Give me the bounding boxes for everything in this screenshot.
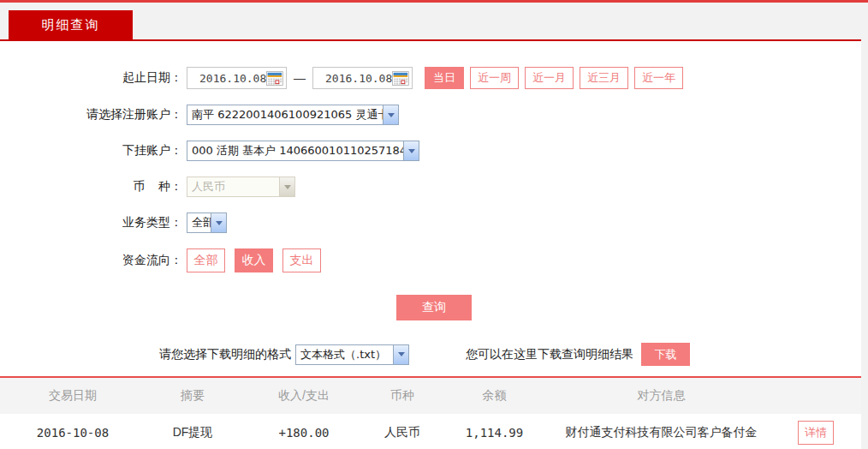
cell-operations: 详情 xyxy=(770,414,861,449)
date-range-label: 起止日期： xyxy=(0,70,182,86)
table-header-row: 交易日期 摘要 收入/支出 币种 余额 对方信息 xyxy=(0,377,861,414)
currency-value: 人民币 xyxy=(192,179,279,195)
detail-button[interactable]: 详情 xyxy=(798,421,834,445)
download-format-value: 文本格式（.txt） xyxy=(300,347,393,362)
sub-account-select[interactable]: 000 活期 基本户 1406600101102571848 xyxy=(187,141,419,161)
page-container: 明细查询 起止日期： 2016.10.08 xyxy=(0,3,861,449)
quick-range-buttons: 当日 近一周 近一月 近三月 近一年 xyxy=(425,67,689,89)
chevron-down-icon[interactable] xyxy=(211,213,226,232)
quick-range-week-button[interactable]: 近一周 xyxy=(470,67,519,89)
table-row: 2016-10-08 DF提现 +180.00 人民币 1,114.99 财付通… xyxy=(0,414,861,449)
end-date-value: 2016.10.08 xyxy=(325,72,392,85)
chevron-down-icon[interactable] xyxy=(383,105,398,124)
quick-range-today-button[interactable]: 当日 xyxy=(425,67,464,89)
register-account-select[interactable]: 南平 6222001406100921065 灵通卡 xyxy=(187,105,399,125)
currency-row: 币 种： 人民币 xyxy=(0,177,861,197)
quick-range-month-button[interactable]: 近一月 xyxy=(525,67,574,89)
fund-flow-all-button[interactable]: 全部 xyxy=(187,248,225,272)
date-range-row: 起止日期： 2016.10.08 xyxy=(0,67,861,89)
business-type-label: 业务类型： xyxy=(0,215,182,230)
download-row: 请您选择下载明细的格式 文本格式（.txt） 您可以在这里下载查询明细结果 下载 xyxy=(159,343,861,366)
chevron-down-icon[interactable] xyxy=(403,141,419,160)
header-balance: 余额 xyxy=(437,377,552,414)
header-currency: 币种 xyxy=(368,377,437,414)
business-type-row: 业务类型： 全部 xyxy=(0,213,861,233)
header-counterparty: 对方信息 xyxy=(552,377,770,414)
fund-flow-expense-button[interactable]: 支出 xyxy=(282,248,321,272)
business-type-select[interactable]: 全部 xyxy=(187,213,227,233)
download-hint-text: 您可以在这里下载查询明细结果 xyxy=(466,347,633,362)
header-operations xyxy=(770,377,861,414)
transactions-table: 交易日期 摘要 收入/支出 币种 余额 对方信息 2016-10-08 DF提现… xyxy=(0,376,861,449)
tab-bar: 明细查询 xyxy=(0,3,861,41)
fund-flow-row: 资金流向： 全部 收入 支出 xyxy=(0,248,861,272)
register-account-label: 请选择注册账户： xyxy=(0,107,182,123)
query-button-row: 查询 xyxy=(396,295,861,320)
quick-range-year-button[interactable]: 近一年 xyxy=(634,67,683,89)
start-date-value: 2016.10.08 xyxy=(199,72,266,85)
download-format-select[interactable]: 文本格式（.txt） xyxy=(295,344,409,365)
cell-summary: DF提现 xyxy=(146,414,240,449)
download-button[interactable]: 下载 xyxy=(641,343,690,366)
register-account-row: 请选择注册账户： 南平 6222001406100921065 灵通卡 xyxy=(0,105,861,125)
cell-transaction-date: 2016-10-08 xyxy=(0,414,146,449)
start-date-input[interactable]: 2016.10.08 xyxy=(187,67,287,89)
header-income-expense: 收入/支出 xyxy=(240,377,368,414)
start-date-calendar-icon[interactable] xyxy=(266,69,283,87)
fund-flow-income-button[interactable]: 收入 xyxy=(235,248,273,272)
query-form: 起止日期： 2016.10.08 xyxy=(0,41,861,366)
header-transaction-date: 交易日期 xyxy=(0,377,146,414)
cell-counterparty: 财付通支付科技有限公司客户备付金 xyxy=(552,414,770,449)
business-type-value: 全部 xyxy=(192,215,211,230)
query-button[interactable]: 查询 xyxy=(396,295,472,320)
cell-balance: 1,114.99 xyxy=(437,414,552,449)
fund-flow-buttons: 全部 收入 支出 xyxy=(187,248,330,272)
end-date-input[interactable]: 2016.10.08 xyxy=(312,67,413,89)
date-separator: — xyxy=(294,71,306,85)
download-format-label: 请您选择下载明细的格式 xyxy=(159,347,291,362)
chevron-down-icon[interactable] xyxy=(393,345,408,364)
header-summary: 摘要 xyxy=(146,377,240,414)
cell-amount: +180.00 xyxy=(240,414,368,449)
sub-account-value: 000 活期 基本户 1406600101102571848 xyxy=(192,143,403,159)
tab-detail-query[interactable]: 明细查询 xyxy=(9,10,133,39)
chevron-down-icon xyxy=(279,177,294,196)
currency-select: 人民币 xyxy=(187,177,295,197)
cell-currency: 人民币 xyxy=(368,414,437,449)
register-account-value: 南平 6222001406100921065 灵通卡 xyxy=(192,107,383,123)
quick-range-3months-button[interactable]: 近三月 xyxy=(580,67,628,89)
sub-account-label: 下挂账户： xyxy=(0,143,182,159)
end-date-calendar-icon[interactable] xyxy=(392,69,409,87)
currency-label: 币 种： xyxy=(0,179,182,195)
sub-account-row: 下挂账户： 000 活期 基本户 1406600101102571848 xyxy=(0,141,861,161)
fund-flow-label: 资金流向： xyxy=(0,253,182,268)
